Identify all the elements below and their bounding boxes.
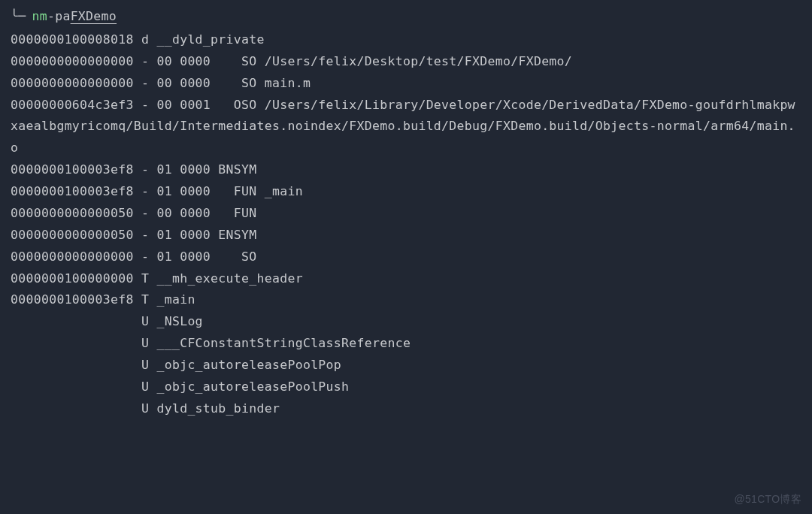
output-line: 0000000000000050 - 01 0000 ENSYM: [11, 225, 801, 246]
output-line: 0000000000000050 - 00 0000 FUN: [11, 203, 801, 225]
output-line: U ___CFConstantStringClassReference: [11, 333, 801, 355]
output-line: 0000000100003ef8 T _main: [11, 289, 801, 311]
output-line: 0000000000000000 - 00 0000 SO main.m: [11, 73, 801, 95]
output-line: 0000000100003ef8 - 01 0000 FUN _main: [11, 181, 801, 203]
output-line: U dyld_stub_binder: [11, 398, 801, 420]
terminal-output: 0000000100008018 d __dyld_private0000000…: [11, 29, 801, 420]
output-line: U _NSLog: [11, 311, 801, 333]
output-line: U _objc_autoreleasePoolPop: [11, 355, 801, 376]
output-line: 00000000604c3ef3 - 00 0001 OSO /Users/fe…: [11, 95, 801, 160]
command-name: nm: [32, 6, 47, 28]
output-line: U _objc_autoreleasePoolPush: [11, 376, 801, 398]
terminal-prompt[interactable]: ╰─ nm -pa FXDemo: [11, 6, 801, 28]
output-line: 0000000000000000 - 00 0000 SO /Users/fel…: [11, 51, 801, 73]
command-args: -pa: [47, 6, 71, 28]
output-line: 0000000100003ef8 - 01 0000 BNSYM: [11, 159, 801, 181]
watermark: @51CTO博客: [735, 490, 801, 509]
prompt-branch-char: ╰─: [11, 6, 26, 28]
output-line: 0000000100000000 T __mh_execute_header: [11, 268, 801, 290]
output-line: 0000000000000000 - 01 0000 SO: [11, 246, 801, 268]
command-target: FXDemo: [71, 6, 117, 28]
output-line: 0000000100008018 d __dyld_private: [11, 29, 801, 51]
